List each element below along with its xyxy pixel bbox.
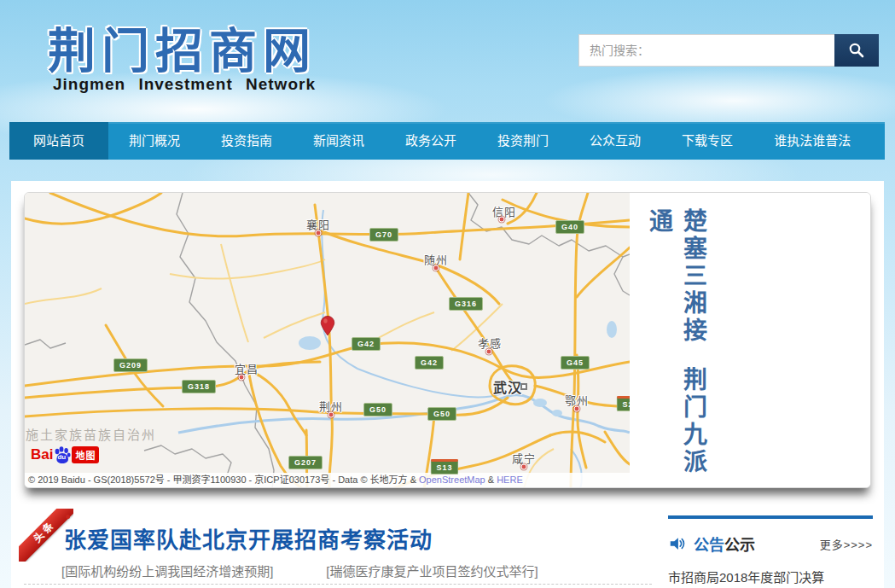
- map-roads-graphic: [25, 193, 630, 487]
- map-region-label: 恩施土家族苗族自治州: [25, 425, 156, 443]
- map-city-marker: [521, 464, 527, 470]
- baidu-paw-icon: du: [54, 445, 71, 464]
- road-badge-s13: S13: [430, 459, 458, 474]
- map-copyright-sep: &: [485, 474, 497, 485]
- search-box: [578, 34, 879, 67]
- road-badge-g40: G40: [555, 220, 584, 234]
- news-sublink-0[interactable]: [国际机构纷纷上调我国经济增速预期]: [61, 562, 273, 579]
- baidu-maps-logo[interactable]: Bai du 地图: [31, 445, 99, 464]
- nav-item-3[interactable]: 新闻资讯: [293, 122, 385, 160]
- page: 荆门招商网 Jingmen Investment Network 网站首页荆门概…: [0, 0, 895, 588]
- map-copyright-text: © 2019 Baidu - GS(2018)5572号 - 甲测资字11009…: [28, 474, 419, 485]
- road-badge-g70: G70: [369, 228, 398, 242]
- road-badge-g318: G318: [182, 380, 216, 393]
- road-badge-s2: S2: [616, 396, 630, 411]
- road-badge-g50: G50: [427, 407, 456, 421]
- nav-item-4[interactable]: 政务公开: [385, 122, 477, 160]
- road-badge-g209: G209: [113, 358, 148, 372]
- here-link[interactable]: HERE: [497, 474, 523, 485]
- search-input[interactable]: [578, 34, 834, 67]
- map-city-marker: [433, 265, 439, 271]
- nav-item-5[interactable]: 投资荆门: [477, 122, 569, 160]
- search-icon: [847, 41, 866, 60]
- map-copyright: © 2019 Baidu - GS(2018)5572号 - 甲测资字11009…: [25, 473, 630, 487]
- announcements-panel: 公告公示 更多>>>> 市招商局2018年度部门决算: [668, 515, 873, 587]
- speaker-icon: [668, 534, 687, 553]
- map-city-marker: [239, 375, 245, 381]
- site-logo-title: 荆门招商网: [48, 12, 317, 81]
- nav-item-0[interactable]: 网站首页: [9, 122, 108, 160]
- map-city-marker: [486, 349, 492, 355]
- announcements-title-rest: 公示: [724, 537, 755, 554]
- road-badge-g207: G207: [288, 456, 323, 469]
- ribbon-dot: [66, 515, 70, 519]
- road-badge-g50: G50: [363, 403, 392, 416]
- nav-item-1[interactable]: 荆门概况: [108, 122, 201, 160]
- location-pin-icon: [320, 316, 335, 340]
- map-city-label: 武汉: [493, 376, 522, 397]
- nav-item-8[interactable]: 谁执法谁普法: [753, 122, 871, 160]
- announcements-header: 公告公示 更多>>>>: [668, 533, 873, 555]
- content-area: 恩施土家族苗族自治州 Bai du 地图: [11, 181, 884, 588]
- slogan-panel: 楚塞三湘接荆门九派通: [630, 193, 870, 487]
- map-city-label: 宜昌: [235, 360, 259, 376]
- map-canvas[interactable]: 恩施土家族苗族自治州 Bai du 地图: [25, 193, 630, 487]
- slogan-line1: 楚塞三湘接: [679, 208, 707, 345]
- map-card: 恩施土家族苗族自治州 Bai du 地图: [24, 192, 871, 488]
- road-badge-g316: G316: [449, 297, 483, 311]
- openstreetmap-link[interactable]: OpenStreetMap: [419, 474, 485, 485]
- site-logo-subtitle: Jingmen Investment Network: [53, 75, 316, 94]
- main-nav: 网站首页荆门概况投资指南新闻资讯政务公开投资荆门公众互动下载专区谁执法谁普法: [9, 122, 885, 160]
- nav-item-6[interactable]: 公众互动: [569, 122, 661, 160]
- announcements-more-link[interactable]: 更多>>>>: [820, 536, 873, 552]
- slogan-text: 楚塞三湘接荆门九派通: [642, 208, 710, 483]
- news-headline-link[interactable]: 张爱国率队赴北京开展招商考察活动: [64, 522, 433, 554]
- search-button[interactable]: [834, 34, 879, 67]
- map-city-label: 信阳: [492, 203, 516, 219]
- news-dashed-divider: [24, 584, 652, 585]
- announcements-title-highlight: 公告: [694, 537, 724, 554]
- announcements-title: 公告公示: [694, 533, 755, 555]
- baidu-logo-bai: Bai: [31, 446, 53, 463]
- announcements-list: 市招商局2018年度部门决算: [668, 568, 873, 587]
- map-city-marker: [316, 230, 322, 236]
- nav-item-2[interactable]: 投资指南: [201, 122, 293, 160]
- baidu-logo-du: du: [57, 453, 66, 461]
- announcement-item-0[interactable]: 市招商局2018年度部门决算: [668, 568, 873, 587]
- news-section: 头条 张爱国率队赴北京开展招商考察活动 [国际机构纷纷上调我国经济增速预期][瑞…: [24, 508, 662, 588]
- map-city-marker: [574, 406, 580, 412]
- news-sublinks: [国际机构纷纷上调我国经济增速预期][瑞德医疗康复产业项目签约仪式举行]: [61, 562, 538, 579]
- map-city-marker: [328, 412, 334, 418]
- nav-item-7[interactable]: 下载专区: [661, 122, 753, 160]
- road-badge-g42: G42: [415, 356, 444, 370]
- baidu-logo-map-word: 地图: [72, 446, 99, 463]
- map-city-marker: [520, 383, 527, 390]
- news-sublink-1[interactable]: [瑞德医疗康复产业项目签约仪式举行]: [326, 562, 538, 579]
- map-city-marker: [499, 217, 505, 223]
- map-city-label: 孝感: [478, 335, 502, 351]
- road-badge-g42: G42: [352, 337, 381, 351]
- road-badge-g45: G45: [561, 356, 590, 370]
